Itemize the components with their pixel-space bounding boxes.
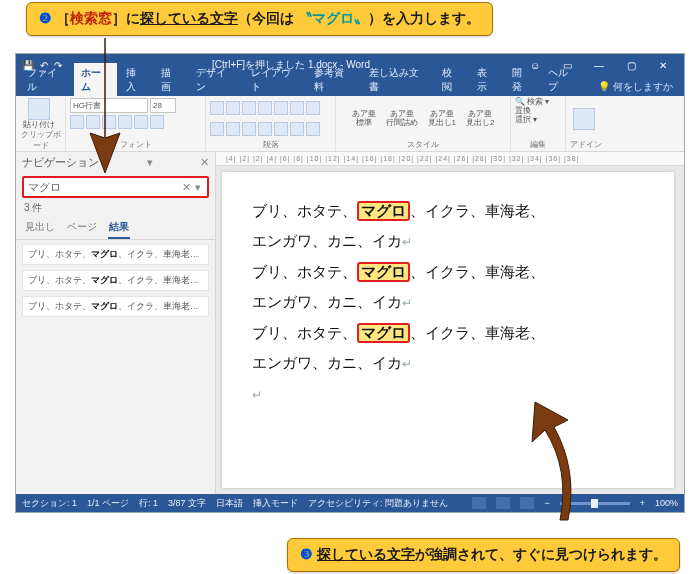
- line-spacing-button[interactable]: [274, 122, 288, 136]
- close-button[interactable]: ✕: [648, 57, 678, 73]
- nav-result-row[interactable]: ブリ、ホタテ、マグロ、イクラ、車海老、エンガワ、カニ、イカ: [22, 296, 209, 317]
- borders-button[interactable]: [306, 122, 320, 136]
- page[interactable]: ブリ、ホタテ、マグロ、イクラ、車海老、 エンガワ、カニ、イカ↵ ブリ、ホタテ、マ…: [222, 172, 674, 488]
- status-section[interactable]: セクション: 1: [22, 497, 77, 510]
- font-size-box[interactable]: 28: [150, 98, 176, 113]
- tab-layout[interactable]: レイアウト: [244, 63, 306, 96]
- callout-num: ❸: [300, 546, 313, 562]
- style-h1[interactable]: あア亜見出し1: [425, 110, 459, 127]
- nav-tab-pages[interactable]: ページ: [66, 217, 98, 239]
- doc-line: ブリ、ホタテ、マグロ、イクラ、車海老、: [252, 318, 652, 348]
- search-result-count: 3 件: [16, 200, 215, 217]
- align-center-button[interactable]: [226, 122, 240, 136]
- return-mark-icon: ↵: [402, 235, 412, 249]
- return-mark-icon: ↵: [402, 357, 412, 371]
- replace-button[interactable]: 置換: [515, 107, 531, 115]
- work-area: ナビゲーション ▾ ✕ マグロ ✕ ▾ 3 件 見出し ページ 結果 ブリ、ホタ…: [16, 152, 684, 494]
- style-h2[interactable]: あア亜見出し2: [463, 110, 497, 127]
- align-left-button[interactable]: [210, 122, 224, 136]
- status-bar: セクション: 1 1/1 ページ 行: 1 3/87 文字 日本語 挿入モード …: [16, 494, 684, 512]
- view-print-button[interactable]: [496, 497, 510, 509]
- tab-file[interactable]: ファイル: [20, 63, 72, 96]
- group-paragraph: 段落: [210, 139, 331, 151]
- highlight-button[interactable]: [150, 115, 164, 129]
- tab-developer[interactable]: 開発: [505, 63, 538, 96]
- status-language[interactable]: 日本語: [216, 497, 243, 510]
- tab-mailings[interactable]: 差し込み文書: [362, 63, 433, 96]
- numbering-button[interactable]: [226, 101, 240, 115]
- group-styles: スタイル: [340, 139, 506, 151]
- multilevel-button[interactable]: [242, 101, 256, 115]
- tell-me[interactable]: 💡 何をしますか: [591, 77, 680, 96]
- callout-step-3: ❸ 探している文字が強調されて、すぐに見つけられます。: [287, 538, 680, 572]
- status-wordcount[interactable]: 3/87 文字: [168, 497, 206, 510]
- nav-tabs: 見出し ページ 結果: [16, 217, 215, 240]
- doc-line: ブリ、ホタテ、マグロ、イクラ、車海老、: [252, 257, 652, 287]
- status-line[interactable]: 行: 1: [139, 497, 158, 510]
- search-highlight: マグロ: [357, 323, 410, 343]
- ruler[interactable]: |4| |2| |2| |4| |6| |8| |10| |12| |14| |…: [216, 152, 684, 166]
- return-mark-icon: ↵: [252, 388, 262, 402]
- doc-line: エンガワ、カニ、イカ↵: [252, 348, 652, 378]
- indent-dec-button[interactable]: [258, 101, 272, 115]
- search-clear-icon[interactable]: ✕: [180, 181, 193, 194]
- tab-design[interactable]: デザイン: [189, 63, 241, 96]
- callout-num: ❷: [39, 10, 52, 26]
- tab-references[interactable]: 参考資料: [307, 63, 359, 96]
- doc-line: エンガワ、カニ、イカ↵: [252, 287, 652, 317]
- show-marks-button[interactable]: [306, 101, 320, 115]
- return-mark-icon: ↵: [402, 296, 412, 310]
- tab-help[interactable]: ヘルプ: [541, 63, 584, 96]
- document-area: |4| |2| |2| |4| |6| |8| |10| |12| |14| |…: [216, 152, 684, 494]
- status-insert-mode[interactable]: 挿入モード: [253, 497, 298, 510]
- zoom-in-button[interactable]: +: [640, 498, 645, 508]
- sort-button[interactable]: [290, 101, 304, 115]
- style-normal[interactable]: あア亜標準: [349, 110, 379, 127]
- bullets-button[interactable]: [210, 101, 224, 115]
- style-nospace[interactable]: あア亜行間詰め: [383, 110, 421, 127]
- maximize-button[interactable]: ▢: [616, 57, 646, 73]
- callout-step-2: ❷ ［検索窓］に探している文字（今回は 〝マグロ〟）を入力します。: [26, 2, 493, 36]
- chevron-down-icon[interactable]: ▾: [147, 156, 153, 169]
- nav-result-row[interactable]: ブリ、ホタテ、マグロ、イクラ、車海老、エンガワ、カニ、イカ: [22, 270, 209, 291]
- addin-button[interactable]: [573, 108, 595, 130]
- shading-button[interactable]: [290, 122, 304, 136]
- tab-review[interactable]: 校閲: [435, 63, 468, 96]
- nav-tab-headings[interactable]: 見出し: [24, 217, 56, 239]
- indent-inc-button[interactable]: [274, 101, 288, 115]
- minimize-button[interactable]: —: [584, 57, 614, 73]
- arrow-to-highlight: [520, 400, 580, 530]
- justify-button[interactable]: [258, 122, 272, 136]
- nav-result-row[interactable]: ブリ、ホタテ、マグロ、イクラ、車海老、エンガワ、カニ、イカ: [22, 244, 209, 265]
- tab-view[interactable]: 表示: [470, 63, 503, 96]
- navigation-pane: ナビゲーション ▾ ✕ マグロ ✕ ▾ 3 件 見出し ページ 結果 ブリ、ホタ…: [16, 152, 216, 494]
- nav-results-list: ブリ、ホタテ、マグロ、イクラ、車海老、エンガワ、カニ、イカ ブリ、ホタテ、マグロ…: [16, 240, 215, 494]
- group-clipboard: クリップボード: [20, 129, 61, 152]
- tab-draw[interactable]: 描画: [154, 63, 187, 96]
- status-page[interactable]: 1/1 ページ: [87, 497, 129, 510]
- view-read-button[interactable]: [472, 497, 486, 509]
- paste-button[interactable]: [28, 98, 50, 120]
- font-color-button[interactable]: [134, 115, 148, 129]
- search-highlight: マグロ: [357, 262, 410, 282]
- find-button[interactable]: 🔍 検索 ▾: [515, 98, 549, 106]
- zoom-level[interactable]: 100%: [655, 498, 678, 508]
- doc-line: ↵: [252, 379, 652, 409]
- doc-line: ブリ、ホタテ、マグロ、イクラ、車海老、: [252, 196, 652, 226]
- group-addin: アドイン: [570, 139, 602, 151]
- arrow-to-searchbox: [80, 38, 130, 188]
- nav-close-icon[interactable]: ✕: [200, 156, 209, 169]
- status-accessibility[interactable]: アクセシビリティ: 問題ありません: [308, 497, 448, 510]
- search-options-icon[interactable]: ▾: [193, 181, 203, 194]
- select-button[interactable]: 選択 ▾: [515, 116, 537, 124]
- nav-tab-results[interactable]: 結果: [108, 217, 130, 239]
- search-highlight: マグロ: [357, 201, 410, 221]
- doc-line: エンガワ、カニ、イカ↵: [252, 226, 652, 256]
- align-right-button[interactable]: [242, 122, 256, 136]
- group-editing: 編集: [515, 139, 561, 151]
